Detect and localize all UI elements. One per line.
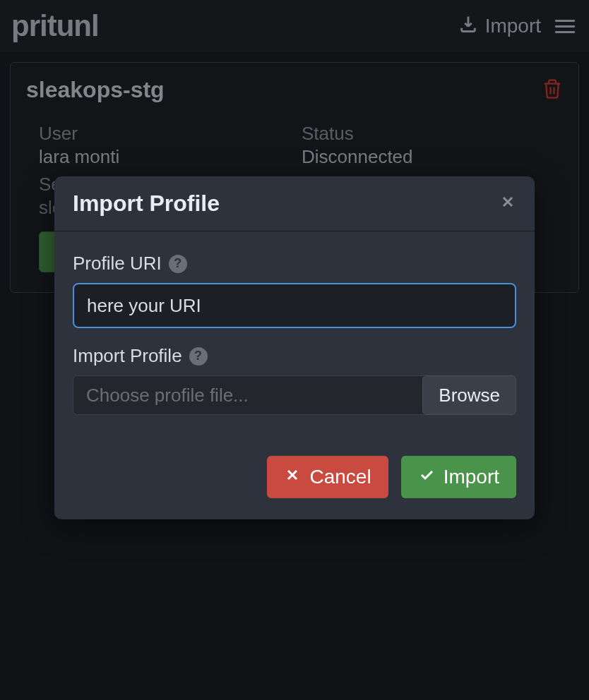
file-input-display[interactable]: Choose profile file... xyxy=(73,375,423,415)
help-icon[interactable]: ? xyxy=(169,255,187,273)
profile-uri-input[interactable] xyxy=(73,283,516,328)
import-profile-label: Import Profile xyxy=(73,345,182,367)
import-profile-modal: Import Profile Profile URI ? Import Prof… xyxy=(54,176,535,519)
import-confirm-button[interactable]: Import xyxy=(401,456,516,498)
x-icon xyxy=(284,466,301,488)
modal-header: Import Profile xyxy=(54,176,535,231)
cancel-label: Cancel xyxy=(309,466,371,488)
import-confirm-label: Import xyxy=(444,466,499,488)
profile-uri-label: Profile URI xyxy=(73,253,162,274)
check-icon xyxy=(418,466,435,488)
browse-button[interactable]: Browse xyxy=(422,375,516,415)
import-profile-group: Import Profile ? Choose profile file... … xyxy=(73,345,516,415)
close-icon[interactable] xyxy=(499,193,516,214)
modal-title: Import Profile xyxy=(73,191,220,217)
help-icon[interactable]: ? xyxy=(189,347,208,366)
cancel-button[interactable]: Cancel xyxy=(267,456,388,498)
modal-footer: Cancel Import xyxy=(54,453,535,519)
modal-body: Profile URI ? Import Profile ? Choose pr… xyxy=(54,231,535,453)
modal-overlay: Import Profile Profile URI ? Import Prof… xyxy=(0,0,589,700)
profile-uri-group: Profile URI ? xyxy=(73,253,516,328)
